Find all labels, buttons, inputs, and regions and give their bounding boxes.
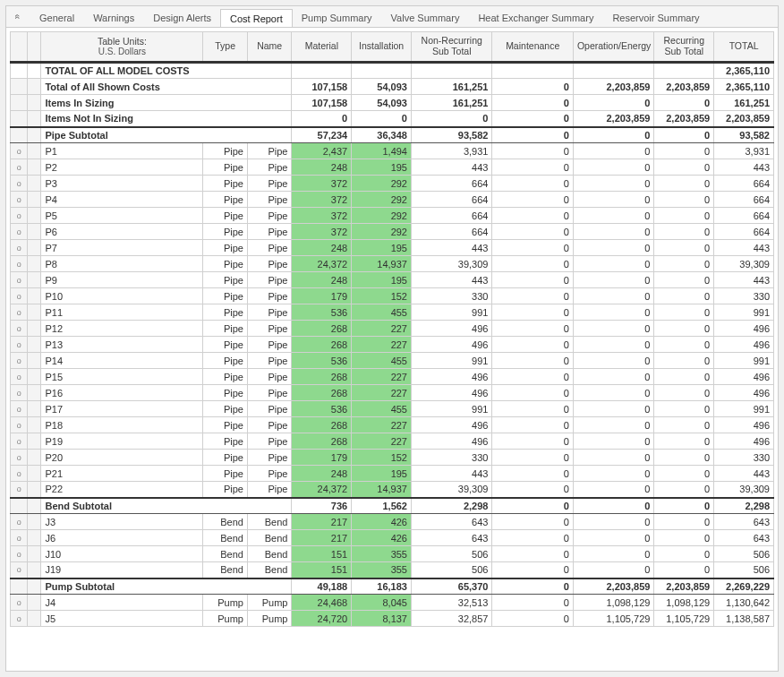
table-row[interactable]: oP6PipePipe372292664000664: [11, 224, 774, 240]
table-row[interactable]: oP4PipePipe372292664000664: [11, 192, 774, 208]
row-handle[interactable]: [11, 127, 28, 143]
row-handle[interactable]: o: [11, 143, 28, 159]
row-handle[interactable]: o: [11, 530, 28, 546]
row-handle[interactable]: [11, 578, 28, 595]
row-handle[interactable]: [11, 95, 28, 111]
tab-general[interactable]: General: [30, 8, 84, 26]
subtotal-row[interactable]: Bend Subtotal7361,5622,2980002,298: [11, 498, 774, 514]
row-handle-header[interactable]: [11, 32, 28, 63]
summary-name: TOTAL OF ALL MODEL COSTS: [41, 63, 292, 79]
table-row[interactable]: oJ6BendBend217426643000643: [11, 530, 774, 546]
col-type[interactable]: Type: [203, 32, 248, 63]
summary-row[interactable]: TOTAL OF ALL MODEL COSTS2,365,110: [11, 63, 774, 79]
table-row[interactable]: oP16PipePipe268227496000496: [11, 385, 774, 401]
col-installation[interactable]: Installation: [352, 32, 412, 63]
table-row[interactable]: oJ3BendBend217426643000643: [11, 514, 774, 530]
row-handle[interactable]: o: [11, 401, 28, 417]
row-handle[interactable]: o: [11, 611, 28, 627]
table-row[interactable]: oP18PipePipe268227496000496: [11, 417, 774, 433]
row-handle[interactable]: o: [11, 353, 28, 369]
table-row[interactable]: oP2PipePipe248195443000443: [11, 159, 774, 176]
row-handle[interactable]: o: [11, 240, 28, 256]
row-handle[interactable]: o: [11, 288, 28, 304]
table-row[interactable]: oP8PipePipe24,37214,93739,30900039,309: [11, 256, 774, 272]
row-handle[interactable]: o: [11, 546, 28, 562]
collapse-toggle[interactable]: «: [10, 12, 26, 21]
table-row[interactable]: oP17PipePipe536455991000991: [11, 401, 774, 417]
row-name: Bend: [247, 530, 292, 546]
table-row[interactable]: oP7PipePipe248195443000443: [11, 240, 774, 256]
tab-valve-summary[interactable]: Valve Summary: [381, 8, 470, 26]
row-handle[interactable]: o: [11, 450, 28, 466]
col-recurring[interactable]: RecurringSub Total: [654, 32, 714, 63]
row-handle[interactable]: o: [11, 272, 28, 288]
col-material[interactable]: Material: [292, 32, 352, 63]
row-handle[interactable]: o: [11, 369, 28, 385]
col-name[interactable]: Name: [247, 32, 292, 63]
col-maintenance[interactable]: Maintenance: [492, 32, 573, 63]
row-handle[interactable]: o: [11, 192, 28, 208]
table-row[interactable]: oP12PipePipe268227496000496: [11, 321, 774, 337]
tab-warnings[interactable]: Warnings: [83, 8, 144, 26]
table-row[interactable]: oJ10BendBend151355506000506: [11, 546, 774, 562]
row-handle[interactable]: o: [11, 208, 28, 224]
row-handle[interactable]: o: [11, 433, 28, 450]
row-handle[interactable]: o: [11, 595, 28, 611]
table-row[interactable]: oJ19BendBend151355506000506: [11, 562, 774, 578]
row-type: Pipe: [203, 482, 248, 498]
table-row[interactable]: oP21PipePipe248195443000443: [11, 466, 774, 482]
cost-table-scroll[interactable]: Table Units: U.S. Dollars Type Name Mate…: [6, 28, 778, 671]
row-handle[interactable]: [11, 79, 28, 95]
row-handle[interactable]: o: [11, 304, 28, 321]
row-handle[interactable]: o: [11, 224, 28, 240]
table-row[interactable]: oJ5PumpPump24,7208,13732,85701,105,7291,…: [11, 611, 774, 627]
row-handle[interactable]: [11, 111, 28, 127]
tab-reservoir-summary[interactable]: Reservoir Summary: [602, 8, 709, 26]
row-type: Pipe: [203, 159, 248, 176]
row-handle[interactable]: o: [11, 562, 28, 578]
tab-pump-summary[interactable]: Pump Summary: [292, 8, 382, 26]
row-handle[interactable]: o: [11, 321, 28, 337]
tab-cost-report[interactable]: Cost Report: [220, 9, 293, 27]
table-row[interactable]: oP20PipePipe179152330000330: [11, 450, 774, 466]
table-row[interactable]: oJ4PumpPump24,4688,04532,51301,098,1291,…: [11, 595, 774, 611]
summary-row[interactable]: Items In Sizing107,15854,093161,25100016…: [11, 95, 774, 111]
row-handle[interactable]: o: [11, 176, 28, 192]
row-handle[interactable]: o: [11, 466, 28, 482]
row-type: Pipe: [203, 321, 248, 337]
col-nonrecurring[interactable]: Non-RecurringSub Total: [411, 32, 491, 63]
table-row[interactable]: oP3PipePipe372292664000664: [11, 176, 774, 192]
table-row[interactable]: oP10PipePipe179152330000330: [11, 288, 774, 304]
table-row[interactable]: oP9PipePipe248195443000443: [11, 272, 774, 288]
table-row[interactable]: oP19PipePipe268227496000496: [11, 433, 774, 450]
row-handle[interactable]: o: [11, 417, 28, 433]
tab-heat-exchanger-summary[interactable]: Heat Exchanger Summary: [468, 8, 603, 26]
summary-row[interactable]: Items Not In Sizing00002,203,8592,203,85…: [11, 111, 774, 127]
tab-design-alerts[interactable]: Design Alerts: [143, 8, 221, 26]
summary-name: Items In Sizing: [41, 95, 292, 111]
table-row[interactable]: oP15PipePipe268227496000496: [11, 369, 774, 385]
row-handle[interactable]: [11, 63, 28, 79]
subtotal-row[interactable]: Pump Subtotal49,18816,18365,37002,203,85…: [11, 578, 774, 595]
table-row[interactable]: oP13PipePipe268227496000496: [11, 337, 774, 353]
table-row[interactable]: oP14PipePipe536455991000991: [11, 353, 774, 369]
row-handle[interactable]: o: [11, 514, 28, 530]
row-handle[interactable]: o: [11, 482, 28, 498]
col-total[interactable]: TOTAL: [714, 32, 774, 63]
summary-row[interactable]: Total of All Shown Costs107,15854,093161…: [11, 79, 774, 95]
row-handle[interactable]: o: [11, 159, 28, 176]
table-row[interactable]: oP22PipePipe24,37214,93739,30900039,309: [11, 482, 774, 498]
table-row[interactable]: oP5PipePipe372292664000664: [11, 208, 774, 224]
subtotal-row[interactable]: Pipe Subtotal57,23436,34893,58200093,582: [11, 127, 774, 143]
row-id: P8: [41, 256, 203, 272]
row-handle[interactable]: o: [11, 337, 28, 353]
table-row[interactable]: oP1PipePipe2,4371,4943,9310003,931: [11, 143, 774, 159]
col-openergy[interactable]: Operation/Energy: [573, 32, 653, 63]
row-handle[interactable]: o: [11, 385, 28, 401]
row-id: P1: [41, 143, 203, 159]
row-handle[interactable]: o: [11, 256, 28, 272]
units-header[interactable]: Table Units: U.S. Dollars: [41, 32, 203, 63]
row-handle[interactable]: [11, 498, 28, 514]
cost-report-panel: « GeneralWarningsDesign AlertsCost Repor…: [5, 5, 779, 672]
table-row[interactable]: oP11PipePipe536455991000991: [11, 304, 774, 321]
